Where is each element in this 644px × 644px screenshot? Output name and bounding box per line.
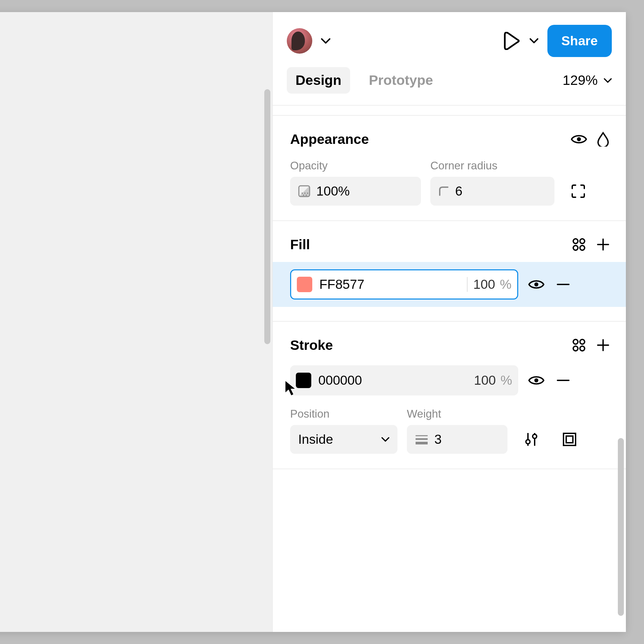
stroke-weight-icon xyxy=(415,434,428,444)
fill-swatch[interactable] xyxy=(297,277,312,292)
svg-point-13 xyxy=(580,246,585,250)
present-menu-chevron[interactable] xyxy=(527,38,541,44)
avatar[interactable] xyxy=(287,28,312,54)
canvas[interactable]: 0 × 100 xyxy=(0,12,272,632)
avatar-menu-chevron[interactable] xyxy=(319,38,332,44)
stroke-sides-icon xyxy=(562,432,577,447)
droplet-icon xyxy=(597,132,609,147)
appearance-title: Appearance xyxy=(290,131,564,147)
tab-design[interactable]: Design xyxy=(287,67,350,94)
svg-point-7 xyxy=(307,193,308,194)
stroke-styles-button[interactable] xyxy=(570,336,588,354)
panel-header: Share xyxy=(273,12,626,67)
opacity-value: 100% xyxy=(316,184,350,199)
app-window: 0 × 100 Share Design Prototype 129% xyxy=(0,12,626,632)
opacity-icon xyxy=(298,185,310,197)
stroke-position-label: Position xyxy=(290,408,397,420)
add-stroke-button[interactable] xyxy=(594,336,612,354)
section-appearance: Appearance Opacity xyxy=(273,115,626,220)
stroke-visibility-toggle[interactable] xyxy=(528,372,545,389)
svg-point-11 xyxy=(580,239,585,244)
svg-point-18 xyxy=(573,339,578,344)
blend-mode-button[interactable] xyxy=(594,130,612,148)
svg-point-12 xyxy=(573,246,578,250)
minus-icon xyxy=(557,379,570,381)
fill-opacity-value: 100 xyxy=(473,277,495,292)
corner-radius-label: Corner radius xyxy=(430,159,554,172)
fill-row: FF8577 100 % xyxy=(273,262,626,307)
play-icon xyxy=(503,32,520,50)
plus-icon xyxy=(596,338,610,352)
add-fill-button[interactable] xyxy=(594,236,612,253)
fill-opacity-input[interactable]: 100 % xyxy=(467,277,517,292)
panel-tabs: Design Prototype 129% xyxy=(273,67,626,105)
svg-point-20 xyxy=(573,346,578,351)
fill-styles-button[interactable] xyxy=(570,236,588,253)
four-dots-icon xyxy=(572,237,586,252)
remove-stroke-button[interactable] xyxy=(554,372,572,389)
properties-panel: Share Design Prototype 129% Appearance xyxy=(272,12,626,632)
svg-point-30 xyxy=(526,440,530,444)
svg-point-21 xyxy=(580,346,585,351)
chevron-down-icon xyxy=(530,38,538,44)
svg-point-5 xyxy=(302,193,303,194)
svg-point-10 xyxy=(573,239,578,244)
svg-point-16 xyxy=(534,282,538,286)
svg-point-8 xyxy=(303,195,304,196)
stroke-advanced-button[interactable] xyxy=(517,425,546,454)
remove-fill-button[interactable] xyxy=(554,276,572,293)
chevron-down-icon xyxy=(321,38,330,44)
corner-icon xyxy=(438,186,449,197)
tab-prototype[interactable]: Prototype xyxy=(360,67,442,94)
svg-point-6 xyxy=(304,193,306,194)
section-fill: Fill FF8577 xyxy=(273,220,626,307)
stroke-position-value: Inside xyxy=(298,432,333,447)
svg-point-3 xyxy=(577,137,581,141)
independent-corners-button[interactable] xyxy=(564,177,593,206)
fill-hex-value[interactable]: FF8577 xyxy=(318,277,467,292)
corners-icon xyxy=(571,184,586,199)
fill-title: Fill xyxy=(290,237,564,253)
fill-color-input[interactable]: FF8577 100 % xyxy=(290,269,518,300)
svg-rect-33 xyxy=(564,433,576,445)
corner-radius-value: 6 xyxy=(455,184,463,199)
visibility-toggle[interactable] xyxy=(570,130,588,148)
present-button[interactable] xyxy=(502,32,521,50)
stroke-weight-value: 3 xyxy=(434,432,442,447)
zoom-value: 129% xyxy=(562,72,598,88)
eye-icon xyxy=(571,134,587,145)
svg-point-24 xyxy=(534,378,538,382)
svg-point-32 xyxy=(533,434,537,438)
stroke-opacity-value: 100 xyxy=(474,373,496,388)
corner-radius-input[interactable]: 6 xyxy=(430,177,554,206)
stroke-title: Stroke xyxy=(290,337,564,353)
stroke-per-side-button[interactable] xyxy=(555,425,584,454)
percent-label: % xyxy=(500,277,512,292)
stroke-opacity-input[interactable]: 100 % xyxy=(468,373,518,388)
stroke-weight-label: Weight xyxy=(407,408,507,420)
eye-icon xyxy=(528,375,544,386)
sliders-icon xyxy=(525,432,538,447)
stroke-weight-input[interactable]: 3 xyxy=(407,425,507,454)
panel-scrollbar[interactable] xyxy=(618,438,624,616)
chevron-down-icon xyxy=(604,78,612,83)
svg-rect-34 xyxy=(566,436,573,443)
plus-icon xyxy=(596,238,610,251)
canvas-scrollbar[interactable] xyxy=(264,89,270,344)
svg-point-19 xyxy=(580,339,585,344)
cursor-icon xyxy=(284,379,299,398)
fill-visibility-toggle[interactable] xyxy=(528,276,545,293)
stroke-color-input[interactable]: 000000 100 % xyxy=(290,365,518,395)
minus-icon xyxy=(557,283,570,285)
opacity-input[interactable]: 100% xyxy=(290,177,421,206)
four-dots-icon xyxy=(572,338,586,352)
stroke-position-select[interactable]: Inside xyxy=(290,425,397,454)
zoom-control[interactable]: 129% xyxy=(562,72,612,88)
stroke-hex-value[interactable]: 000000 xyxy=(317,373,468,388)
share-button[interactable]: Share xyxy=(547,25,612,57)
opacity-label: Opacity xyxy=(290,159,421,172)
section-stroke: Stroke 000000 xyxy=(273,322,626,469)
chevron-down-icon xyxy=(381,437,389,442)
eye-icon xyxy=(528,279,544,290)
percent-label: % xyxy=(500,373,512,388)
